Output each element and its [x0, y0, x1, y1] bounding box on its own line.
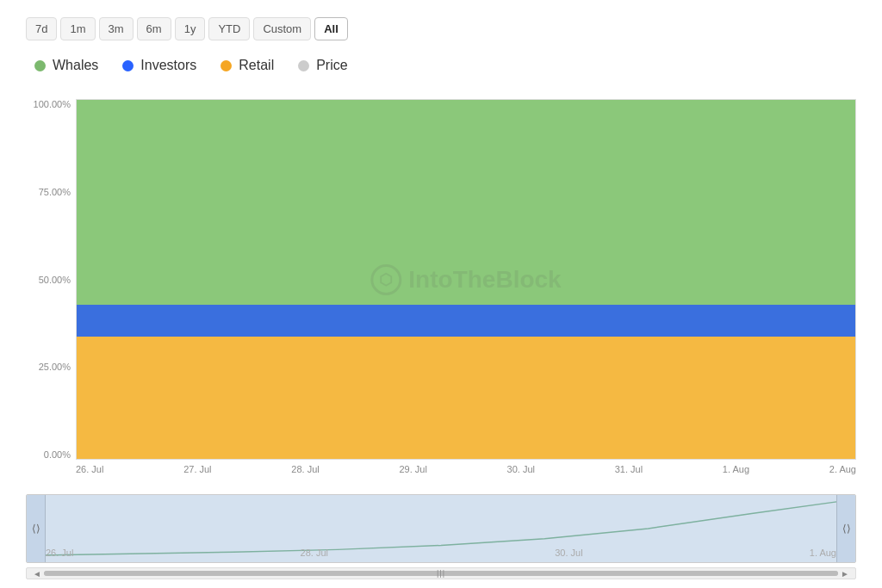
- y-label: 25.00%: [26, 362, 76, 372]
- nav-x-label: 30. Jul: [555, 548, 582, 558]
- chart-area: ⬡ IntoTheBlock 26. Jul27. Jul28. Jul29. …: [76, 99, 856, 486]
- time-filter-3m[interactable]: 3m: [99, 17, 134, 40]
- x-label: 28. Jul: [291, 464, 319, 486]
- y-axis: 100.00%75.00%50.00%25.00%0.00%: [26, 99, 76, 486]
- time-filter-ytd[interactable]: YTD: [208, 17, 250, 40]
- time-filter-custom[interactable]: Custom: [253, 17, 311, 40]
- x-label: 27. Jul: [183, 464, 211, 486]
- time-filter-all[interactable]: All: [314, 17, 348, 40]
- legend-dot-investors: [122, 60, 134, 71]
- legend-item-whales[interactable]: Whales: [34, 58, 98, 73]
- x-label: 30. Jul: [507, 464, 535, 486]
- time-filter-bar: 7d1m3m6m1yYTDCustomAll: [26, 17, 856, 40]
- chart-legend: WhalesInvestorsRetailPrice: [26, 58, 856, 73]
- legend-item-price[interactable]: Price: [298, 58, 347, 73]
- x-label: 29. Jul: [399, 464, 426, 486]
- chart-band-investors: [77, 305, 855, 337]
- scrollbar-track[interactable]: |||: [44, 571, 838, 576]
- x-label: 1. Aug: [723, 464, 749, 486]
- legend-label-whales: Whales: [53, 58, 98, 73]
- chart-band-whales: [77, 100, 855, 305]
- scrollbar-right-arrow[interactable]: ►: [838, 569, 852, 579]
- navigator[interactable]: ⟨⟩ ⟨⟩ 26. Jul28. Jul30. Jul1. Aug: [26, 494, 856, 563]
- legend-label-investors: Investors: [140, 58, 196, 73]
- main-container: 7d1m3m6m1yYTDCustomAll WhalesInvestorsRe…: [0, 0, 882, 588]
- time-filter-6m[interactable]: 6m: [137, 17, 171, 40]
- chart-band-retail: [77, 337, 855, 459]
- nav-x-label: 1. Aug: [810, 548, 836, 558]
- time-filter-7d[interactable]: 7d: [26, 17, 57, 40]
- y-label: 75.00%: [26, 187, 76, 197]
- legend-label-retail: Retail: [239, 58, 274, 73]
- y-label: 0.00%: [26, 449, 76, 460]
- chart-wrapper: 100.00%75.00%50.00%25.00%0.00% ⬡ IntoThe…: [26, 99, 856, 579]
- time-filter-1m[interactable]: 1m: [60, 17, 95, 40]
- chart-main: 100.00%75.00%50.00%25.00%0.00% ⬡ IntoThe…: [26, 99, 856, 486]
- nav-x-label: 26. Jul: [46, 548, 73, 558]
- legend-dot-whales: [34, 60, 46, 71]
- nav-x-label: 28. Jul: [301, 548, 328, 558]
- x-axis: 26. Jul27. Jul28. Jul29. Jul30. Jul31. J…: [76, 460, 856, 486]
- scrollbar-handle: |||: [437, 569, 445, 578]
- scrollbar-left-arrow[interactable]: ◄: [30, 569, 44, 579]
- time-filter-1y[interactable]: 1y: [175, 17, 206, 40]
- x-label: 26. Jul: [76, 464, 103, 486]
- scrollbar[interactable]: ◄ ||| ►: [26, 567, 856, 579]
- x-label: 31. Jul: [615, 464, 643, 486]
- navigator-left-handle[interactable]: ⟨⟩: [27, 495, 46, 562]
- legend-dot-price: [298, 60, 309, 71]
- navigator-x-axis: 26. Jul28. Jul30. Jul1. Aug: [46, 548, 836, 558]
- stacked-chart: ⬡ IntoTheBlock: [76, 99, 856, 460]
- legend-item-investors[interactable]: Investors: [122, 58, 196, 73]
- scrollbar-thumb[interactable]: |||: [44, 571, 838, 576]
- legend-dot-retail: [220, 60, 232, 71]
- legend-item-retail[interactable]: Retail: [220, 58, 274, 73]
- y-label: 100.00%: [26, 99, 76, 109]
- navigator-right-handle[interactable]: ⟨⟩: [836, 495, 855, 562]
- y-label: 50.00%: [26, 275, 76, 285]
- legend-label-price: Price: [316, 58, 347, 73]
- x-label: 2. Aug: [829, 464, 856, 486]
